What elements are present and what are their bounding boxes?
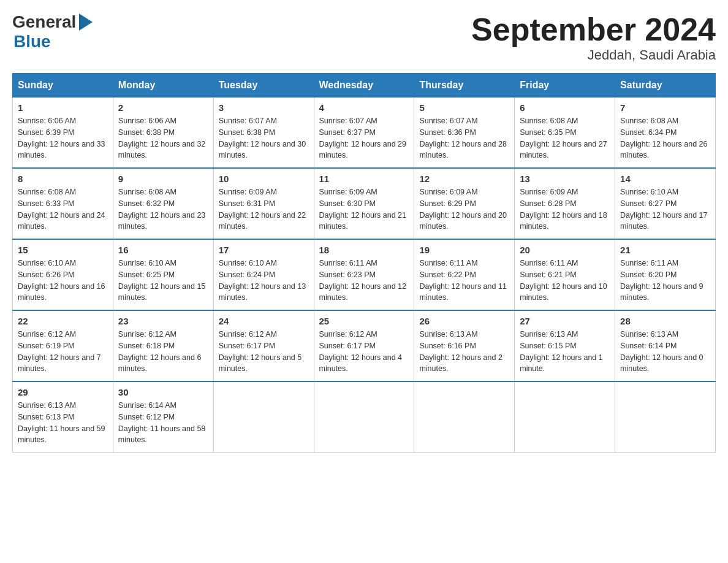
day-cell: 24Sunrise: 6:12 AMSunset: 6:17 PMDayligh… [213, 310, 314, 381]
day-cell: 26Sunrise: 6:13 AMSunset: 6:16 PMDayligh… [414, 310, 515, 381]
day-number: 16 [118, 245, 208, 255]
day-number: 6 [520, 102, 610, 113]
day-info: Sunrise: 6:08 AMSunset: 6:35 PMDaylight:… [520, 115, 610, 161]
day-number: 13 [520, 174, 610, 184]
day-info: Sunrise: 6:07 AMSunset: 6:37 PMDaylight:… [319, 115, 409, 161]
day-number: 8 [18, 174, 108, 184]
day-cell: 25Sunrise: 6:12 AMSunset: 6:17 PMDayligh… [314, 310, 414, 381]
day-cell: 22Sunrise: 6:12 AMSunset: 6:19 PMDayligh… [13, 310, 113, 381]
day-number: 18 [319, 245, 409, 255]
day-info: Sunrise: 6:12 AMSunset: 6:17 PMDaylight:… [219, 329, 309, 375]
day-cell: 1Sunrise: 6:06 AMSunset: 6:39 PMDaylight… [13, 98, 113, 169]
day-info: Sunrise: 6:11 AMSunset: 6:22 PMDaylight:… [419, 258, 509, 304]
day-info: Sunrise: 6:13 AMSunset: 6:13 PMDaylight:… [18, 400, 108, 446]
day-number: 5 [419, 102, 509, 113]
day-number: 21 [620, 245, 710, 255]
day-info: Sunrise: 6:11 AMSunset: 6:21 PMDaylight:… [520, 258, 610, 304]
day-cell: 20Sunrise: 6:11 AMSunset: 6:21 PMDayligh… [515, 239, 615, 310]
day-number: 25 [319, 316, 409, 326]
calendar-table: SundayMondayTuesdayWednesdayThursdayFrid… [12, 73, 716, 453]
day-info: Sunrise: 6:10 AMSunset: 6:24 PMDaylight:… [219, 258, 309, 304]
week-row-3: 15Sunrise: 6:10 AMSunset: 6:26 PMDayligh… [13, 239, 716, 310]
page-header: General Blue September 2024 Jeddah, Saud… [12, 12, 716, 63]
day-cell: 13Sunrise: 6:09 AMSunset: 6:28 PMDayligh… [515, 168, 615, 239]
day-number: 19 [419, 245, 509, 255]
day-cell: 11Sunrise: 6:09 AMSunset: 6:30 PMDayligh… [314, 168, 414, 239]
day-cell: 15Sunrise: 6:10 AMSunset: 6:26 PMDayligh… [13, 239, 113, 310]
column-header-wednesday: Wednesday [314, 74, 414, 98]
column-header-tuesday: Tuesday [213, 74, 314, 98]
day-info: Sunrise: 6:08 AMSunset: 6:33 PMDaylight:… [18, 186, 108, 232]
day-number: 22 [18, 316, 108, 326]
day-number: 3 [219, 102, 309, 113]
week-row-4: 22Sunrise: 6:12 AMSunset: 6:19 PMDayligh… [13, 310, 716, 381]
day-cell: 6Sunrise: 6:08 AMSunset: 6:35 PMDaylight… [515, 98, 615, 169]
day-info: Sunrise: 6:09 AMSunset: 6:30 PMDaylight:… [319, 186, 409, 232]
week-row-2: 8Sunrise: 6:08 AMSunset: 6:33 PMDaylight… [13, 168, 716, 239]
day-cell: 14Sunrise: 6:10 AMSunset: 6:27 PMDayligh… [615, 168, 716, 239]
day-number: 29 [18, 387, 108, 397]
day-number: 9 [118, 174, 208, 184]
day-info: Sunrise: 6:13 AMSunset: 6:15 PMDaylight:… [520, 329, 610, 375]
day-cell: 18Sunrise: 6:11 AMSunset: 6:23 PMDayligh… [314, 239, 414, 310]
day-number: 1 [18, 102, 108, 113]
day-number: 26 [419, 316, 509, 326]
day-info: Sunrise: 6:07 AMSunset: 6:36 PMDaylight:… [419, 115, 509, 161]
day-cell [414, 381, 515, 453]
day-cell: 2Sunrise: 6:06 AMSunset: 6:38 PMDaylight… [113, 98, 213, 169]
day-info: Sunrise: 6:14 AMSunset: 6:12 PMDaylight:… [118, 400, 208, 446]
day-number: 17 [219, 245, 309, 255]
day-info: Sunrise: 6:11 AMSunset: 6:20 PMDaylight:… [620, 258, 710, 304]
svg-marker-0 [79, 13, 93, 31]
day-number: 10 [219, 174, 309, 184]
day-info: Sunrise: 6:13 AMSunset: 6:16 PMDaylight:… [419, 329, 509, 375]
day-number: 7 [620, 102, 710, 113]
month-title: September 2024 [471, 12, 716, 47]
day-info: Sunrise: 6:07 AMSunset: 6:38 PMDaylight:… [219, 115, 309, 161]
day-cell: 3Sunrise: 6:07 AMSunset: 6:38 PMDaylight… [213, 98, 314, 169]
day-info: Sunrise: 6:08 AMSunset: 6:32 PMDaylight:… [118, 186, 208, 232]
column-header-thursday: Thursday [414, 74, 515, 98]
day-cell: 16Sunrise: 6:10 AMSunset: 6:25 PMDayligh… [113, 239, 213, 310]
day-cell: 19Sunrise: 6:11 AMSunset: 6:22 PMDayligh… [414, 239, 515, 310]
calendar-body: 1Sunrise: 6:06 AMSunset: 6:39 PMDaylight… [13, 98, 716, 453]
day-cell: 8Sunrise: 6:08 AMSunset: 6:33 PMDaylight… [13, 168, 113, 239]
day-number: 4 [319, 102, 409, 113]
day-number: 15 [18, 245, 108, 255]
location: Jeddah, Saudi Arabia [471, 47, 716, 63]
day-cell [213, 381, 314, 453]
day-cell [615, 381, 716, 453]
column-header-monday: Monday [113, 74, 213, 98]
day-cell: 23Sunrise: 6:12 AMSunset: 6:18 PMDayligh… [113, 310, 213, 381]
day-info: Sunrise: 6:10 AMSunset: 6:25 PMDaylight:… [118, 258, 208, 304]
day-info: Sunrise: 6:09 AMSunset: 6:28 PMDaylight:… [520, 186, 610, 232]
day-cell: 10Sunrise: 6:09 AMSunset: 6:31 PMDayligh… [213, 168, 314, 239]
day-info: Sunrise: 6:12 AMSunset: 6:17 PMDaylight:… [319, 329, 409, 375]
day-cell: 29Sunrise: 6:13 AMSunset: 6:13 PMDayligh… [13, 381, 113, 453]
day-number: 12 [419, 174, 509, 184]
logo-general-text: General [12, 12, 76, 32]
day-cell: 9Sunrise: 6:08 AMSunset: 6:32 PMDaylight… [113, 168, 213, 239]
day-info: Sunrise: 6:08 AMSunset: 6:34 PMDaylight:… [620, 115, 710, 161]
column-header-friday: Friday [515, 74, 615, 98]
day-number: 28 [620, 316, 710, 326]
day-number: 11 [319, 174, 409, 184]
day-cell [314, 381, 414, 453]
column-header-sunday: Sunday [13, 74, 113, 98]
day-cell: 7Sunrise: 6:08 AMSunset: 6:34 PMDaylight… [615, 98, 716, 169]
day-cell: 28Sunrise: 6:13 AMSunset: 6:14 PMDayligh… [615, 310, 716, 381]
day-cell: 21Sunrise: 6:11 AMSunset: 6:20 PMDayligh… [615, 239, 716, 310]
day-cell: 27Sunrise: 6:13 AMSunset: 6:15 PMDayligh… [515, 310, 615, 381]
day-info: Sunrise: 6:13 AMSunset: 6:14 PMDaylight:… [620, 329, 710, 375]
day-number: 23 [118, 316, 208, 326]
day-info: Sunrise: 6:12 AMSunset: 6:19 PMDaylight:… [18, 329, 108, 375]
day-info: Sunrise: 6:09 AMSunset: 6:29 PMDaylight:… [419, 186, 509, 232]
day-info: Sunrise: 6:09 AMSunset: 6:31 PMDaylight:… [219, 186, 309, 232]
day-cell [515, 381, 615, 453]
day-cell: 5Sunrise: 6:07 AMSunset: 6:36 PMDaylight… [414, 98, 515, 169]
title-area: September 2024 Jeddah, Saudi Arabia [471, 12, 716, 63]
day-number: 2 [118, 102, 208, 113]
day-info: Sunrise: 6:12 AMSunset: 6:18 PMDaylight:… [118, 329, 208, 375]
day-cell: 30Sunrise: 6:14 AMSunset: 6:12 PMDayligh… [113, 381, 213, 453]
logo-flag-icon [79, 13, 93, 31]
